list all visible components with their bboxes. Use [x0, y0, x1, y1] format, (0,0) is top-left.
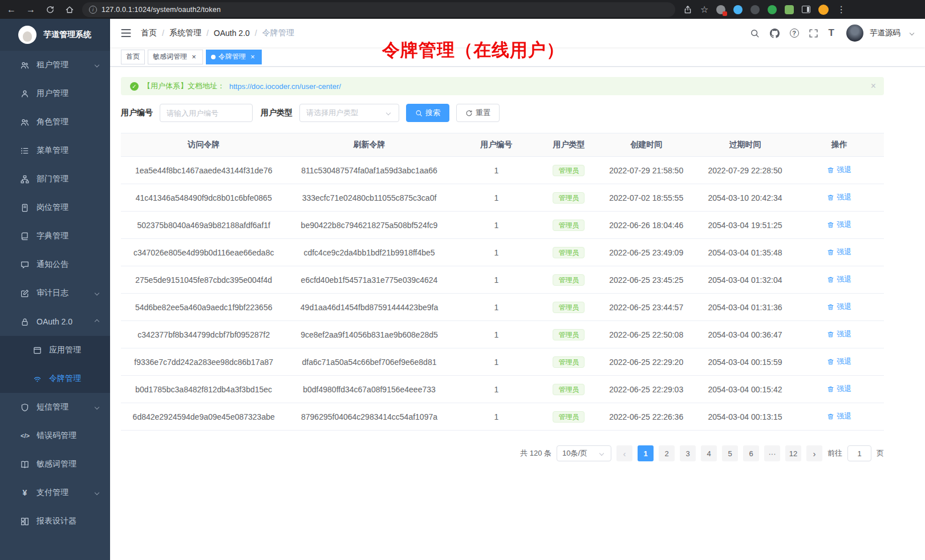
- sidebar-item-post[interactable]: 岗位管理: [0, 193, 110, 222]
- page-button-2[interactable]: 2: [659, 445, 675, 461]
- page-size-select[interactable]: 10条/页: [557, 445, 611, 461]
- reload-icon[interactable]: [46, 5, 55, 14]
- sidebar-item-menu[interactable]: 菜单管理: [0, 136, 110, 165]
- force-logout-button[interactable]: 强退: [827, 329, 851, 339]
- force-logout-button[interactable]: 强退: [827, 165, 851, 175]
- help-icon[interactable]: ?: [790, 29, 799, 38]
- force-logout-label: 强退: [837, 411, 851, 421]
- force-logout-button[interactable]: 强退: [827, 384, 851, 394]
- sidebar-item-role[interactable]: 角色管理: [0, 108, 110, 136]
- share-icon[interactable]: [683, 5, 692, 14]
- font-size-icon[interactable]: T: [829, 27, 834, 39]
- user-type-tag: 管理员: [553, 220, 585, 231]
- table-header-row: 访问令牌 刷新令牌 用户编号 用户类型 创建时间 过期时间 操作: [121, 133, 884, 157]
- sidebar-toggle-icon[interactable]: [120, 27, 132, 39]
- extensions-puzzle-icon[interactable]: [785, 5, 794, 14]
- close-icon[interactable]: ×: [871, 81, 876, 91]
- chevron-down-icon[interactable]: [910, 31, 914, 35]
- reset-button[interactable]: 重置: [456, 104, 500, 122]
- extension-icon-green[interactable]: [768, 5, 777, 14]
- sidebar-item-label: 支付管理: [36, 488, 68, 498]
- breadcrumb-item[interactable]: 首页: [141, 28, 157, 38]
- sidebar-item-tenant[interactable]: 租户管理: [0, 51, 110, 79]
- refresh-token-cell: 8796295f04064c2983414cc54af1097a: [286, 403, 452, 431]
- user-type-select[interactable]: 请选择用户类型: [299, 104, 399, 122]
- prev-page-button[interactable]: ‹: [616, 445, 632, 461]
- page-button-12[interactable]: 12: [785, 445, 801, 461]
- sidebar-item-dict[interactable]: 字典管理: [0, 222, 110, 250]
- edit-icon: [21, 289, 29, 298]
- goto-label: 前往: [827, 448, 842, 458]
- sidebar-item-label: OAuth 2.0: [36, 317, 72, 326]
- username[interactable]: 芋道源码: [870, 28, 900, 38]
- page-button-5[interactable]: 5: [722, 445, 738, 461]
- close-icon[interactable]: ×: [249, 53, 257, 61]
- back-icon[interactable]: ←: [7, 5, 16, 14]
- sidebar-item-token[interactable]: 令牌管理: [0, 364, 110, 393]
- trash-icon: [827, 358, 834, 366]
- next-page-button[interactable]: ›: [806, 445, 822, 461]
- yen-icon: ¥: [21, 488, 29, 497]
- code-icon: </>: [21, 432, 29, 439]
- sidebar-item-audit[interactable]: 审计日志: [0, 279, 110, 307]
- doc-link[interactable]: https://doc.iocoder.cn/user-center/: [229, 82, 341, 91]
- sidebar-item-app[interactable]: 应用管理: [0, 336, 110, 364]
- fullscreen-icon[interactable]: [809, 28, 819, 38]
- side-panel-icon[interactable]: [802, 6, 810, 13]
- user-id-input[interactable]: [160, 104, 253, 122]
- site-info-icon[interactable]: i: [89, 6, 97, 14]
- sidebar-item-user[interactable]: 用户管理: [0, 79, 110, 108]
- sidebar-item-notice[interactable]: 通知公告: [0, 250, 110, 279]
- sidebar-item-sensitive[interactable]: 敏感词管理: [0, 450, 110, 478]
- trash-icon: [827, 385, 834, 393]
- page-button-1[interactable]: 1: [638, 445, 654, 461]
- close-icon[interactable]: ×: [190, 53, 198, 61]
- page-button-6[interactable]: 6: [743, 445, 759, 461]
- page-button-4[interactable]: 4: [701, 445, 717, 461]
- sidebar-item-dept[interactable]: 部门管理: [0, 165, 110, 193]
- sidebar-item-sms[interactable]: 短信管理: [0, 393, 110, 421]
- force-logout-button[interactable]: 强退: [827, 356, 851, 367]
- force-logout-button[interactable]: 强退: [827, 220, 851, 230]
- extension-icon-blue[interactable]: [733, 5, 743, 14]
- avatar[interactable]: [846, 25, 863, 42]
- table-row: 1ea5e44f8bc1467aaede43144f31de76 811c530…: [121, 157, 884, 184]
- user-type-cell: 管理员: [541, 321, 597, 348]
- force-logout-button[interactable]: 强退: [827, 302, 851, 312]
- sidebar-item-pay[interactable]: ¥ 支付管理: [0, 478, 110, 507]
- tab-sensitive-words[interactable]: 敏感词管理 ×: [148, 50, 203, 64]
- app-logo[interactable]: 芋道管理系统: [0, 19, 110, 51]
- home-icon[interactable]: [65, 5, 74, 14]
- lock-icon: [21, 318, 29, 326]
- search-icon[interactable]: [750, 28, 760, 38]
- extension-icon-dark[interactable]: [750, 5, 760, 14]
- sidebar-item-oauth[interactable]: OAuth 2.0: [0, 307, 110, 336]
- forward-icon[interactable]: →: [26, 5, 35, 14]
- chevron-down-icon: [95, 405, 99, 409]
- browser-menu-icon[interactable]: ⋮: [837, 5, 846, 14]
- url-bar[interactable]: i 127.0.0.1:1024/system/oauth2/token: [82, 2, 675, 17]
- sidebar-item-label: 岗位管理: [36, 202, 68, 213]
- force-logout-label: 强退: [837, 274, 851, 285]
- breadcrumb-item[interactable]: 系统管理: [169, 28, 201, 38]
- page-more-button[interactable]: ···: [764, 445, 780, 461]
- force-logout-button[interactable]: 强退: [827, 411, 851, 421]
- github-icon[interactable]: [770, 28, 780, 38]
- browser-profile-avatar[interactable]: [818, 5, 829, 15]
- table-row: c347026e805e4d99b0d116eae66eda8c cdfc4ce…: [121, 239, 884, 266]
- tab-home[interactable]: 首页: [121, 50, 145, 64]
- force-logout-button[interactable]: 强退: [827, 192, 851, 202]
- extension-icon-badged[interactable]: [716, 5, 725, 14]
- force-logout-button[interactable]: 强退: [827, 274, 851, 285]
- expire-time-cell: 2054-03-04 00:15:42: [695, 376, 794, 403]
- sidebar-item-report[interactable]: 报表设计器: [0, 507, 110, 535]
- force-logout-button[interactable]: 强退: [827, 247, 851, 257]
- goto-page-input[interactable]: [847, 445, 871, 461]
- tab-token-management[interactable]: 令牌管理 ×: [206, 50, 262, 64]
- search-button[interactable]: 搜索: [406, 104, 449, 122]
- layout-icon: [21, 517, 29, 526]
- bookmark-star-icon[interactable]: ☆: [700, 5, 708, 14]
- page-button-3[interactable]: 3: [680, 445, 696, 461]
- breadcrumb-item[interactable]: OAuth 2.0: [214, 29, 250, 38]
- sidebar-item-errcode[interactable]: </> 错误码管理: [0, 421, 110, 450]
